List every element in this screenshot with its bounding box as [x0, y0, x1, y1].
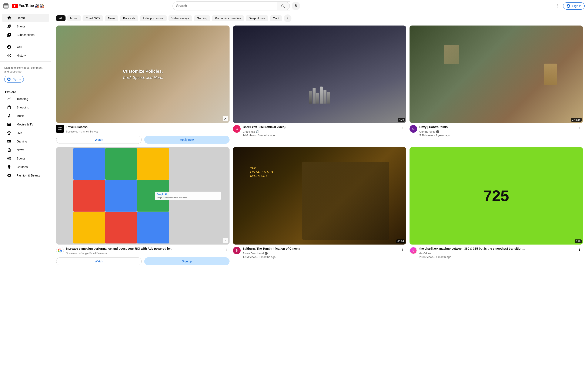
- header-left: YouTube 🎎🎎: [3, 3, 44, 9]
- video-card-travel-ad[interactable]: Customize Policies, Track Spend, and Mor…: [56, 26, 230, 144]
- sidebar-item-you[interactable]: You: [2, 43, 49, 51]
- video-info: C Envy | ContraPoints ContraPoints 5.9M …: [410, 125, 583, 137]
- more-options-button[interactable]: [399, 125, 406, 131]
- filter-chip-podcasts[interactable]: Podcasts: [120, 15, 138, 21]
- saltburn-thumb-text: THE untalented MR. RIPLEY: [250, 166, 273, 178]
- video-thumbnail: Customize Policies, Track Spend, and Mor…: [56, 26, 230, 123]
- ads-grid: [74, 148, 169, 244]
- signin-section: Sign in to like videos, comment, and sub…: [0, 63, 51, 85]
- signin-header-button[interactable]: Sign in: [563, 2, 585, 10]
- home-icon: [7, 16, 11, 20]
- signin-sidebar-button[interactable]: Sign in: [4, 76, 24, 82]
- filter-chip-gaming[interactable]: Gaming: [194, 15, 210, 21]
- sidebar-item-label: News: [17, 148, 24, 152]
- filter-chip-news[interactable]: News: [105, 15, 118, 21]
- filter-chip-cont[interactable]: Cont: [270, 15, 282, 21]
- video-thumbnail: THE untalented MR. RIPLEY 40:24: [233, 147, 406, 245]
- logo[interactable]: YouTube 🎎🎎: [12, 4, 44, 8]
- settings-button[interactable]: [554, 2, 561, 10]
- duration-badge: 1:48:16: [571, 118, 582, 122]
- sidebar-item-home[interactable]: Home: [2, 14, 49, 22]
- apply-now-button[interactable]: Apply now: [144, 136, 229, 144]
- youtube-logo-icon: [12, 4, 18, 8]
- duration-badge: 4:25: [398, 118, 405, 122]
- channel-avatar: C: [233, 125, 241, 133]
- video-stats: 5.9M views · 3 years ago: [419, 134, 574, 137]
- filter-chip-romantic[interactable]: Romantic comedies: [212, 15, 244, 21]
- filter-chip-charli[interactable]: Charli XCX: [83, 15, 103, 21]
- sidebar-item-sports[interactable]: Sports: [2, 154, 49, 163]
- video-stats: 1.1M views · 6 months ago: [243, 255, 397, 258]
- filter-chip-deephouse[interactable]: Deep House: [246, 15, 268, 21]
- sidebar-item-subscriptions[interactable]: Subscriptions: [2, 31, 49, 39]
- external-link-icon: ↗: [223, 116, 228, 121]
- sidebar-item-movies[interactable]: Movies & TV: [2, 120, 49, 129]
- video-meta: Saltburn: The Tumblr-ification of Cinema…: [243, 247, 397, 258]
- hamburger-button[interactable]: [3, 3, 9, 9]
- more-options-button[interactable]: [576, 125, 583, 131]
- ad-actions: Watch Sign up: [56, 257, 230, 265]
- sidebar-item-fashion[interactable]: Fashion & Beauty: [2, 171, 49, 180]
- more-options-button[interactable]: [223, 246, 230, 253]
- signin-label: Sign in: [572, 4, 581, 8]
- filter-chip-music[interactable]: Music: [67, 15, 81, 21]
- sidebar-item-label: Shopping: [17, 106, 29, 109]
- video-info: BONVOY Travel Success Sponsored · Marrio…: [56, 125, 230, 134]
- search-input[interactable]: [173, 2, 277, 10]
- sidebar-item-label: Movies & TV: [17, 123, 33, 126]
- sidebar-divider-2: [0, 62, 51, 62]
- signup-button[interactable]: Sign up: [144, 257, 229, 265]
- video-info: B Saltburn: The Tumblr-ification of Cine…: [233, 247, 406, 258]
- channel-avatar: d: [410, 247, 417, 254]
- sidebar-item-music[interactable]: Music: [2, 112, 49, 120]
- sidebar-item-gaming[interactable]: Gaming: [2, 137, 49, 146]
- shopping-icon: [7, 105, 11, 110]
- sidebar-item-shorts[interactable]: Shorts: [2, 22, 49, 31]
- video-card-charli-mashup[interactable]: 725 5:28 d the charli xcx mashup between…: [410, 147, 583, 265]
- video-card-saltburn[interactable]: THE untalented MR. RIPLEY 40:24 B Saltbu…: [233, 147, 406, 265]
- sidebar-item-label: Home: [17, 16, 25, 20]
- video-card-google-ads[interactable]: Google AI Google AI will help maximize y…: [56, 147, 230, 265]
- sidebar-item-label: Trending: [17, 97, 28, 101]
- dots-icon: [556, 4, 560, 8]
- channel-avatar: BONVOY: [56, 125, 64, 133]
- signin-button-label: Sign in: [12, 78, 21, 81]
- sidebar-item-label: History: [17, 54, 26, 57]
- mic-button[interactable]: [292, 2, 300, 10]
- sidebar-item-trending[interactable]: Trending: [2, 95, 49, 103]
- more-vert-icon: [578, 248, 581, 251]
- sidebar-item-label: Sports: [17, 157, 25, 160]
- sports-icon: [7, 156, 11, 161]
- sidebar-item-news[interactable]: News: [2, 146, 49, 154]
- sidebar-item-label: You: [17, 45, 22, 49]
- more-options-button[interactable]: [576, 246, 583, 253]
- header-right: Sign in: [554, 2, 585, 10]
- filter-chip-videoessays[interactable]: Video essays: [168, 15, 192, 21]
- sidebar-item-shopping[interactable]: Shopping: [2, 103, 49, 112]
- video-meta: Increase campaign performance and boost …: [66, 247, 220, 255]
- watch-button[interactable]: Watch: [56, 136, 142, 144]
- video-channel: Broey Deschanel: [243, 252, 397, 255]
- video-meta: Envy | ContraPoints ContraPoints 5.9M vi…: [419, 125, 574, 137]
- sidebar-divider-3: [0, 87, 51, 87]
- video-meta: Charli xcx - 360 (official video) Charli…: [243, 125, 397, 137]
- filter-chip-indie[interactable]: Indie pop music: [140, 15, 167, 21]
- watch-button[interactable]: Watch: [56, 257, 142, 265]
- sidebar-item-courses[interactable]: Courses: [2, 163, 49, 171]
- sidebar-item-label: Music: [17, 114, 24, 118]
- video-title: Travel Success: [66, 125, 220, 129]
- video-title: Saltburn: The Tumblr-ification of Cinema: [243, 247, 397, 251]
- filter-next-button[interactable]: [284, 14, 292, 22]
- search-button[interactable]: [277, 2, 290, 10]
- filter-chip-all[interactable]: All: [56, 15, 65, 21]
- video-card-envy[interactable]: 1:48:16 C Envy | ContraPoints ContraPoin…: [410, 26, 583, 144]
- sidebar-item-history[interactable]: History: [2, 51, 49, 60]
- more-options-button[interactable]: [223, 125, 230, 131]
- movies-icon: [7, 122, 11, 127]
- external-link-icon: ↗: [223, 238, 228, 243]
- video-card-charli360[interactable]: 4:25 C Charli xcx - 360 (official video)…: [233, 26, 406, 144]
- video-stats: 283K views · 1 month ago: [419, 255, 574, 258]
- video-title: Increase campaign performance and boost …: [66, 247, 220, 251]
- sidebar-item-live[interactable]: Live: [2, 129, 49, 137]
- more-options-button[interactable]: [399, 246, 406, 253]
